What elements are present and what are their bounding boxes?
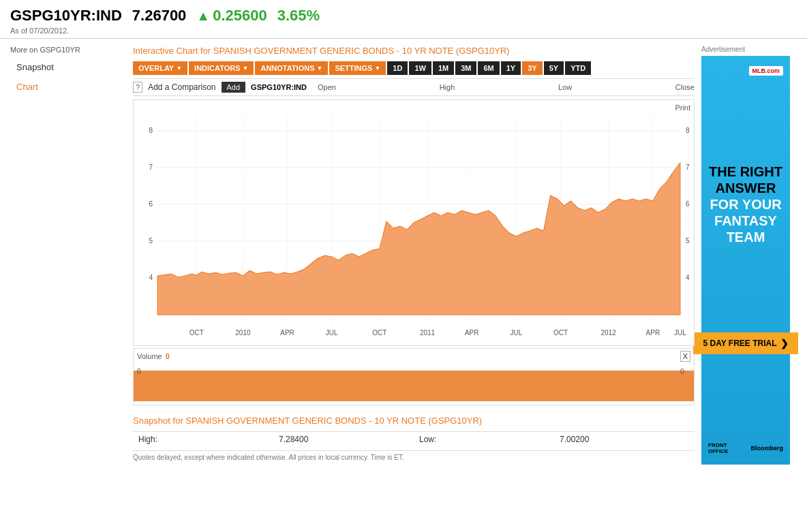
svg-text:2012: 2012: [601, 329, 617, 337]
svg-text:2011: 2011: [420, 329, 436, 337]
svg-text:0: 0: [137, 368, 141, 375]
volume-value: 0: [166, 352, 170, 360]
ad-headline-line2: ANSWER: [709, 180, 782, 196]
comparison-bar: ? Add a Comparison Add GSPG10YR:IND Open…: [133, 78, 695, 96]
snapshot-footer: Quotes delayed, except where indicated o…: [133, 450, 695, 461]
overlay-arrow-icon: ▼: [176, 65, 182, 72]
ad-footer-text: FRONT OFFICE: [708, 442, 747, 454]
volume-section: Volume 0 X 0 0: [133, 348, 695, 405]
ad-footer: FRONT OFFICE Bloomberg: [708, 442, 783, 454]
chart-area: Interactive Chart for SPANISH GOVERNMENT…: [133, 46, 695, 525]
header: GSPG10YR:IND 7.26700 ▲ 0.25600 3.65% As …: [0, 0, 807, 39]
svg-text:7: 7: [686, 163, 690, 171]
sidebar-more-label: More on GSPG10YR: [10, 46, 126, 54]
snapshot-title: Snapshot for SPANISH GOVERNMENT GENERIC …: [133, 416, 695, 426]
ad-headline-line1: THE RIGHT: [709, 163, 782, 180]
ad-cta-button[interactable]: 5 DAY FREE TRIAL ❯: [693, 332, 797, 354]
ad-bloomberg-label: Bloomberg: [750, 445, 783, 452]
svg-text:JUL: JUL: [674, 329, 686, 337]
time-1w-button[interactable]: 1W: [409, 61, 431, 75]
settings-arrow-icon: ▼: [374, 65, 380, 72]
print-label[interactable]: Print: [675, 104, 690, 112]
snapshot-high-value: 7.28400: [273, 432, 414, 447]
ad-headline-line4: FANTASY: [709, 213, 782, 229]
sidebar: More on GSPG10YR Snapshot Chart: [10, 46, 126, 525]
ticker-change: ▲ 0.25600: [196, 7, 267, 25]
volume-chart-svg: 0 0: [134, 364, 694, 405]
svg-text:2010: 2010: [235, 329, 251, 337]
time-1m-button[interactable]: 1M: [433, 61, 454, 75]
header-date: As of 07/20/2012.: [10, 27, 797, 35]
ad-headline-line5: TEAM: [709, 229, 782, 245]
svg-text:APR: APR: [646, 329, 660, 337]
open-label: Open: [318, 83, 336, 91]
volume-header: Volume 0 X: [134, 349, 694, 364]
svg-text:6: 6: [149, 200, 153, 208]
low-field-label: Low:: [419, 435, 436, 444]
svg-text:8: 8: [686, 127, 690, 134]
svg-text:OCT: OCT: [553, 329, 568, 337]
ad-cta-arrow-icon: ❯: [780, 338, 789, 349]
chart-title: Interactive Chart for SPANISH GOVERNMENT…: [133, 46, 695, 56]
svg-text:OCT: OCT: [372, 329, 386, 337]
high-field-label: High:: [138, 435, 157, 444]
snapshot-low-label: Low:: [414, 432, 554, 447]
ad-mlb-logo: MLB.com: [749, 66, 784, 76]
volume-label: Volume: [137, 352, 162, 360]
annotations-button[interactable]: ANNOTATIONS ▼: [255, 61, 328, 75]
low-field-value: 7.00200: [560, 435, 589, 444]
settings-button[interactable]: SETTINGS ▼: [329, 61, 386, 75]
sidebar-item-snapshot[interactable]: Snapshot: [10, 57, 126, 77]
comparison-ticker: GSPG10YR:IND: [251, 83, 307, 91]
ad-box[interactable]: MLB.com THE RIGHT ANSWER FOR YOUR FANTAS…: [701, 56, 790, 465]
annotations-arrow-icon: ▼: [316, 65, 322, 72]
comparison-help[interactable]: ?: [133, 82, 142, 93]
volume-chart: 0 0: [134, 364, 694, 405]
svg-text:OCT: OCT: [189, 329, 204, 337]
main-content: More on GSPG10YR Snapshot Chart Interact…: [0, 39, 807, 532]
svg-text:5: 5: [686, 237, 690, 245]
svg-text:JUL: JUL: [510, 329, 522, 337]
main-chart-container: Print: [133, 99, 695, 346]
time-5y-button[interactable]: 5Y: [544, 61, 564, 75]
snapshot-high-label: High:: [133, 432, 273, 447]
close-label: Close: [675, 83, 695, 91]
svg-text:7: 7: [149, 163, 153, 171]
high-label: High: [440, 83, 455, 91]
chart-svg: 8 7 6 5 4 8 7 6 5 4: [134, 100, 694, 345]
overlay-button[interactable]: OVERLAY ▼: [133, 61, 187, 75]
ad-cta-label: 5 DAY FREE TRIAL: [703, 339, 776, 348]
up-arrow-icon: ▲: [196, 8, 210, 24]
ad-headline-line3: FOR YOUR: [709, 196, 782, 213]
svg-text:6: 6: [686, 200, 690, 208]
high-field-value: 7.28400: [279, 435, 308, 444]
time-1d-button[interactable]: 1D: [387, 61, 408, 75]
time-3y-button[interactable]: 3Y: [522, 61, 542, 75]
svg-text:APR: APR: [465, 329, 479, 337]
ad-headline: THE RIGHT ANSWER FOR YOUR FANTASY TEAM: [709, 163, 782, 245]
svg-text:8: 8: [149, 127, 153, 134]
ticker-change-value: 0.25600: [213, 7, 267, 25]
snapshot-section: Snapshot for SPANISH GOVERNMENT GENERIC …: [133, 416, 695, 461]
svg-text:4: 4: [149, 274, 153, 281]
sidebar-item-chart[interactable]: Chart: [10, 77, 126, 97]
indicators-button[interactable]: INDICATORS ▼: [189, 61, 254, 75]
svg-text:JUL: JUL: [326, 329, 338, 337]
svg-text:APR: APR: [280, 329, 294, 337]
snapshot-low-value: 7.00200: [554, 432, 695, 447]
time-ytd-button[interactable]: YTD: [565, 61, 591, 75]
time-3m-button[interactable]: 3M: [455, 61, 476, 75]
time-1y-button[interactable]: 1Y: [501, 61, 521, 75]
add-comparison-button[interactable]: Add: [222, 82, 246, 93]
svg-rect-39: [134, 371, 694, 401]
main-chart: 8 7 6 5 4 8 7 6 5 4: [134, 100, 694, 345]
ad-label: Advertisement: [701, 46, 797, 53]
volume-close-button[interactable]: X: [680, 351, 690, 362]
chart-toolbar: OVERLAY ▼ INDICATORS ▼ ANNOTATIONS ▼ SET…: [133, 61, 695, 75]
time-6m-button[interactable]: 6M: [478, 61, 499, 75]
ticker-price: 7.26700: [132, 7, 187, 25]
ticker-pct: 3.65%: [277, 7, 320, 25]
ticker-row: GSPG10YR:IND 7.26700 ▲ 0.25600 3.65%: [10, 7, 797, 25]
indicators-arrow-icon: ▼: [243, 65, 249, 72]
add-comparison-label: Add a Comparison: [148, 82, 215, 92]
